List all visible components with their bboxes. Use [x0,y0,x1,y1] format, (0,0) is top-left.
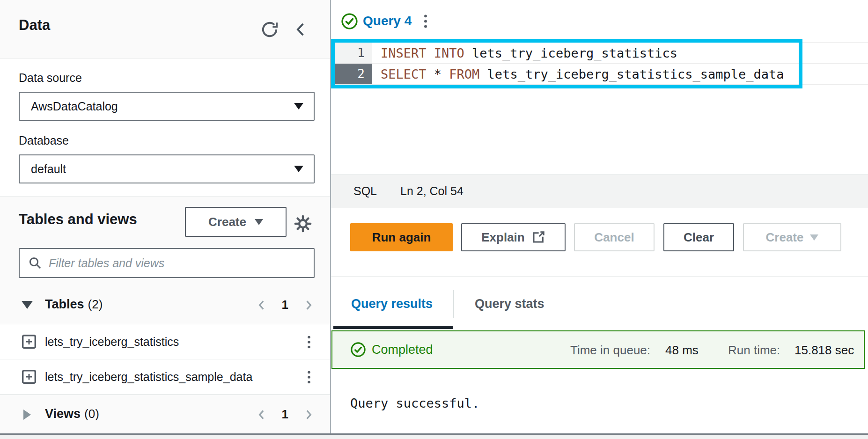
settings-gear-button[interactable] [294,215,312,233]
page-prev-button[interactable] [256,408,268,422]
table-actions-kebab-button[interactable] [302,334,316,350]
explain-button[interactable]: Explain [461,223,566,251]
code-line[interactable]: 1 INSERT INTO lets_try_iceberg_statistic… [332,43,868,64]
search-icon [28,256,42,270]
tab-separator [453,290,454,318]
active-tab-underline [333,326,453,329]
check-circle-icon [341,13,358,30]
create-table-button[interactable]: Create [185,207,287,237]
page-number[interactable]: 1 [282,298,288,312]
sql-token: lets_try_iceberg_statistics_sample_data [479,67,784,81]
time-in-queue-label: Time in queue: [570,343,650,358]
sql-token: FROM [449,67,479,81]
cancel-button[interactable]: Cancel [574,223,655,251]
panel-title: Data [19,17,50,34]
sql-editor[interactable]: 1 INSERT INTO lets_try_iceberg_statistic… [332,42,868,174]
page-prev-button[interactable] [256,298,268,312]
database-select[interactable]: default [19,154,315,183]
results-tab-bar: Query results Query stats [331,285,868,330]
code-line-text: SELECT * FROM lets_try_iceberg_statistic… [372,67,784,81]
clear-button[interactable]: Clear [663,223,734,251]
section-divider [331,276,868,277]
refresh-icon [260,20,280,39]
kebab-icon [302,334,316,350]
code-line[interactable]: 2 SELECT * FROM lets_try_iceberg_statist… [332,64,868,85]
tables-count: (2) [88,297,103,311]
run-again-button[interactable]: Run again [350,223,453,251]
tables-and-views-section: Tables and views Create [0,196,330,285]
caret-down-icon [810,234,818,241]
expand-table-icon [22,334,37,349]
tables-group-header[interactable]: Tables(2) 1 [0,285,330,324]
cursor-position: Ln 2, Col 54 [400,184,463,198]
create-button-disabled[interactable]: Create [743,223,841,251]
expand-table-icon [22,369,37,384]
table-row: lets_try_iceberg_statistics_sample_data [0,359,330,395]
sql-token: SELECT [381,67,427,81]
data-source-select[interactable]: AwsDataCatalog [19,92,315,121]
filter-tables-field [19,248,315,278]
data-panel: Data Data source AwsDataCatalog Database… [0,0,331,433]
check-circle-icon [350,342,366,358]
table-row: lets_try_iceberg_statistics [0,324,330,359]
collapse-panel-button[interactable] [292,20,311,39]
query-tab-kebab-button[interactable] [419,13,432,30]
table-name: lets_try_iceberg_statistics_sample_data [45,370,252,384]
page-next-button[interactable] [302,408,315,422]
line-number: 2 [332,64,372,84]
bottom-scroll-edge [0,433,868,439]
table-actions-kebab-button[interactable] [302,369,316,385]
data-source-value: AwsDataCatalog [31,100,118,113]
query-editor-panel: Query 4 1 INSERT INTO lets_try_iceberg_s… [331,0,868,433]
expand-table-button[interactable] [22,334,37,349]
kebab-icon [419,13,432,30]
page-number[interactable]: 1 [282,407,288,422]
kebab-icon [302,369,316,385]
status-badge: Completed [372,343,433,357]
data-panel-header: Data [0,0,330,59]
action-buttons-row: Run again Explain Cancel Clear Create [331,223,868,251]
run-time-value: 15.818 sec [794,343,854,358]
caret-down-icon [294,166,303,172]
expanded-triangle-icon[interactable] [22,301,33,309]
query-status-banner: Completed Time in queue: 48 ms Run time:… [331,330,865,369]
tab-query-results[interactable]: Query results [351,297,433,311]
views-pagination: 1 [256,395,315,434]
views-group-header[interactable]: Views(0) 1 [0,395,330,433]
table-name: lets_try_iceberg_statistics [45,335,179,349]
code-line-text: INSERT INTO lets_try_iceberg_statistics [372,46,677,60]
chevron-left-icon [292,20,311,39]
expand-table-button[interactable] [22,369,37,384]
views-count: (0) [84,407,99,421]
refresh-button[interactable] [260,20,280,39]
query-output-message: Query successful. [350,396,479,410]
tables-and-views-heading: Tables and views [19,211,137,228]
sql-token: INSERT INTO [381,46,464,60]
editor-status-bar: SQL Ln 2, Col 54 [331,174,868,208]
line-number: 1 [332,43,372,63]
tables-pagination: 1 [256,285,315,324]
gear-icon [294,215,312,233]
database-value: default [31,162,66,176]
language-indicator: SQL [353,184,377,198]
data-source-label: Data source [19,71,82,85]
page-next-button[interactable] [302,298,315,312]
database-label: Database [19,134,69,147]
sql-token: lets_try_iceberg_statistics [464,46,677,60]
sql-token: * [427,67,449,81]
collapsed-triangle-icon[interactable] [23,410,31,420]
caret-down-icon [294,103,303,110]
caret-down-icon [255,219,263,225]
views-group-label: Views(0) [45,407,99,421]
query-tab[interactable]: Query 4 [363,14,412,29]
tables-group-label: Tables(2) [45,297,103,312]
filter-tables-input[interactable] [49,256,305,270]
tab-query-stats[interactable]: Query stats [475,297,544,311]
time-in-queue-value: 48 ms [665,343,699,358]
run-time-label: Run time: [728,343,780,358]
external-link-icon [531,230,545,244]
